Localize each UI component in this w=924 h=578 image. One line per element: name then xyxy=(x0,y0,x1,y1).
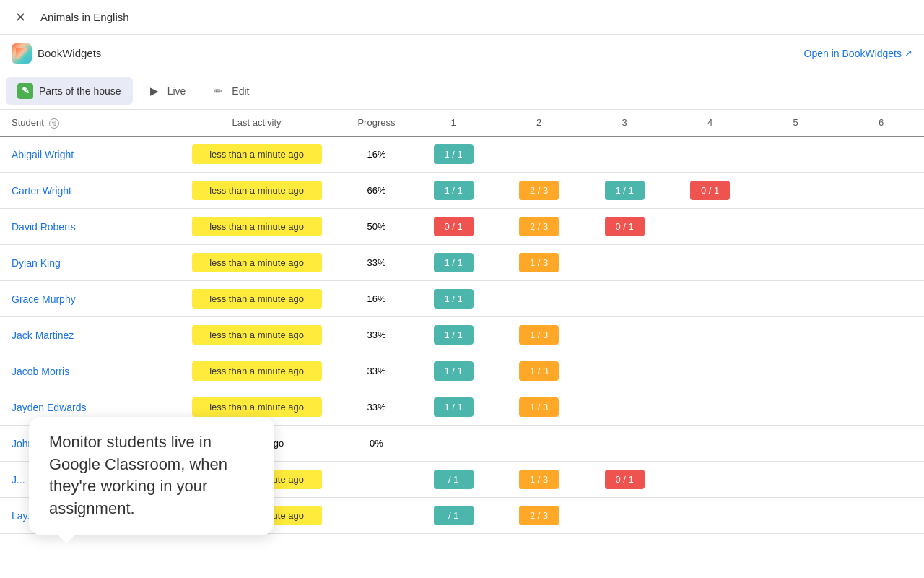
score-badge: 0 / 1 xyxy=(605,217,645,236)
activity-cell: less than a minute ago xyxy=(171,353,342,389)
score-cell-q3 xyxy=(582,245,668,281)
student-name[interactable]: Jacob Morris xyxy=(12,366,69,377)
score-cell-q6 xyxy=(838,353,924,389)
score-badge: 1 / 1 xyxy=(605,181,645,200)
score-cell-q3: 0 / 1 xyxy=(582,209,668,245)
score-badge: / 1 xyxy=(434,470,474,489)
activity-cell: less than a minute ago xyxy=(171,281,342,317)
progress-cell: 33% xyxy=(342,317,411,353)
progress-cell: 50% xyxy=(342,209,411,245)
score-cell-q5 xyxy=(753,281,839,317)
table-row: Abigail Wrightless than a minute ago16%1… xyxy=(0,137,924,173)
score-cell-q2: 2 / 3 xyxy=(496,173,582,209)
score-badge: 1 / 1 xyxy=(434,181,474,200)
score-cell-q3 xyxy=(582,137,668,173)
activity-cell: less than a minute ago xyxy=(171,245,342,281)
score-badge: 1 / 3 xyxy=(519,361,559,381)
score-badge: 1 / 1 xyxy=(434,289,474,309)
score-cell-q5 xyxy=(753,498,839,534)
student-name-cell: Grace Murphy xyxy=(0,281,171,317)
score-cell-q5 xyxy=(753,245,839,281)
score-cell-q5 xyxy=(753,173,839,209)
activity-badge: less than a minute ago xyxy=(192,144,322,164)
activity-cell: less than a minute ago xyxy=(171,137,342,173)
score-badge: 1 / 1 xyxy=(434,144,474,164)
progress-cell: 33% xyxy=(342,353,411,389)
activity-badge: less than a minute ago xyxy=(192,253,322,272)
activity-badge: less than a minute ago xyxy=(192,325,322,345)
header-bar: BookWidgets Open in BookWidgets ↗ xyxy=(0,35,924,72)
activity-badge: less than a minute ago xyxy=(192,361,322,381)
score-cell-q2: 1 / 3 xyxy=(496,462,582,498)
student-name[interactable]: Carter Wright xyxy=(12,185,71,197)
close-button[interactable]: ✕ xyxy=(12,9,29,26)
score-cell-q3: 1 / 1 xyxy=(582,173,668,209)
score-cell-q4 xyxy=(667,317,753,353)
score-cell-q4 xyxy=(667,245,753,281)
score-badge: 0 / 1 xyxy=(605,470,645,489)
activity-cell: less than a minute ago xyxy=(171,317,342,353)
app-name: BookWidgets xyxy=(38,47,101,59)
score-cell-q3 xyxy=(582,353,668,389)
table-header-row: Student ⇅ Last activity Progress 1 2 3 4… xyxy=(0,110,924,137)
score-cell-q1: 1 / 1 xyxy=(411,281,497,317)
col-header-last-activity: Last activity xyxy=(171,110,342,137)
score-cell-q1: / 1 xyxy=(411,462,497,498)
progress-cell: 0% xyxy=(342,426,411,462)
score-cell-q5 xyxy=(753,462,839,498)
score-cell-q3 xyxy=(582,498,668,534)
student-name[interactable]: Grace Murphy xyxy=(12,293,76,305)
score-cell-q6 xyxy=(838,498,924,534)
score-cell-q2: 2 / 3 xyxy=(496,498,582,534)
progress-cell: 66% xyxy=(342,173,411,209)
score-badge: / 1 xyxy=(434,506,474,525)
score-cell-q1: 1 / 1 xyxy=(411,137,497,173)
student-name[interactable]: J... xyxy=(12,474,25,486)
score-badge: 0 / 1 xyxy=(434,217,474,236)
student-name[interactable]: Jack Martinez xyxy=(12,329,74,341)
bookwidgets-logo-icon xyxy=(12,43,32,64)
student-name[interactable]: Jayden Edwards xyxy=(12,402,87,413)
score-badge: 0 / 1 xyxy=(690,181,730,200)
tab-edit[interactable]: ✏ Edit xyxy=(200,78,261,104)
score-cell-q1: / 1 xyxy=(411,498,497,534)
student-name[interactable]: Dylan King xyxy=(12,257,61,269)
tab-live[interactable]: ▶ Live xyxy=(136,78,198,104)
student-name-cell: David Roberts xyxy=(0,209,171,245)
svg-rect-0 xyxy=(16,48,27,59)
score-badge: 2 / 3 xyxy=(519,506,559,525)
score-cell-q6 xyxy=(838,245,924,281)
score-cell-q3 xyxy=(582,426,668,462)
table-row: David Robertsless than a minute ago50%0 … xyxy=(0,209,924,245)
score-cell-q2: 1 / 3 xyxy=(496,389,582,426)
col-header-q6: 6 xyxy=(838,110,924,137)
tab-parts-of-house[interactable]: ✎ Parts of the house xyxy=(6,77,133,105)
col-header-student: Student ⇅ xyxy=(0,110,171,137)
score-cell-q1: 1 / 1 xyxy=(411,173,497,209)
score-badge: 1 / 1 xyxy=(434,361,474,381)
logo-wrap: BookWidgets xyxy=(12,43,101,64)
activity-badge: less than a minute ago xyxy=(192,217,322,236)
progress-cell: 16% xyxy=(342,137,411,173)
activity-badge: less than a minute ago xyxy=(192,397,322,417)
close-icon: ✕ xyxy=(15,9,26,25)
score-cell-q4 xyxy=(667,137,753,173)
score-cell-q4 xyxy=(667,462,753,498)
pencil-icon: ✏ xyxy=(212,84,226,98)
score-cell-q5 xyxy=(753,209,839,245)
page-title: Animals in English xyxy=(40,11,129,23)
sort-icon[interactable]: ⇅ xyxy=(49,118,59,129)
col-header-q3: 3 xyxy=(582,110,668,137)
student-name[interactable]: Abigail Wright xyxy=(12,149,74,160)
col-header-q2: 2 xyxy=(496,110,582,137)
score-cell-q6 xyxy=(838,426,924,462)
progress-cell: 33% xyxy=(342,245,411,281)
score-cell-q6 xyxy=(838,462,924,498)
score-badge: 1 / 3 xyxy=(519,470,559,489)
open-in-bookwidgets-link[interactable]: Open in BookWidgets ↗ xyxy=(804,48,912,59)
score-badge: 1 / 3 xyxy=(519,253,559,272)
external-link-icon: ↗ xyxy=(905,48,912,59)
student-name[interactable]: David Roberts xyxy=(12,221,76,233)
col-header-q1: 1 xyxy=(411,110,497,137)
tooltip-bubble: Monitor students live in Google Classroo… xyxy=(29,417,274,535)
